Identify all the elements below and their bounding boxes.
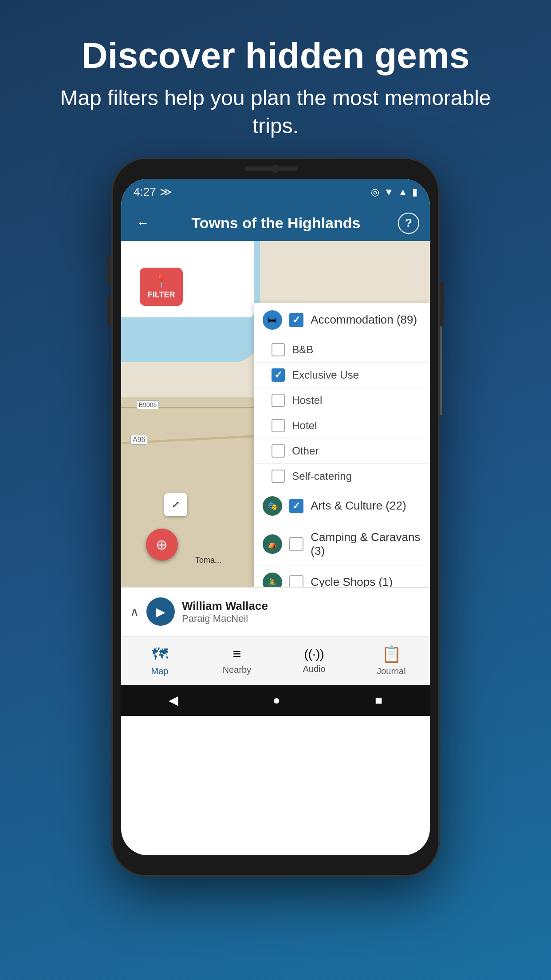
speaker [244, 166, 298, 171]
hero-title: Discover hidden gems [35, 36, 516, 75]
nav-journal[interactable]: 📋 Journal [353, 645, 430, 676]
audio-nav-label: Audio [303, 664, 325, 674]
exclusive-label: Exclusive Use [292, 369, 359, 381]
accommodation-checkbox[interactable]: ✓ [289, 313, 303, 327]
other-checkbox[interactable] [272, 444, 285, 458]
filter-item-camping[interactable]: ⛺ Camping & Caravans (3) [254, 523, 430, 565]
player-subtitle: Paraig MacNeil [182, 613, 421, 624]
wifi-icon: ▼ [384, 186, 394, 198]
hostel-label: Hostel [292, 394, 322, 407]
player-bar: ∧ ▶ William Wallace Paraig MacNeil [121, 587, 430, 636]
hotel-label: Hotel [292, 419, 317, 432]
filter-label: FILTER [148, 290, 175, 300]
filter-map-button[interactable]: 📍 FILTER [140, 268, 183, 306]
filter-item-accommodation[interactable]: 🛏 ✓ Accommodation (89) [254, 303, 430, 337]
nearby-nav-label: Nearby [223, 665, 251, 675]
exclusive-checkbox[interactable]: ✓ [272, 368, 285, 382]
map-nav-label: Map [151, 666, 169, 676]
other-label: Other [292, 445, 319, 457]
phone-screen: 4:27 ≫ ◎ ▼ ▲ ▮ ← Towns of the Highlands … [121, 179, 430, 855]
filter-item-hotel[interactable]: Hotel [254, 413, 430, 439]
location-icon: ◎ [371, 186, 379, 198]
locate-icon: ⊕ [156, 536, 168, 553]
power-button[interactable] [440, 282, 444, 326]
player-info: William Wallace Paraig MacNeil [182, 599, 421, 624]
scroll-indicator [440, 326, 442, 415]
hero-subtitle: Map filters help you plan the most memor… [35, 84, 516, 140]
volume-down-button[interactable] [107, 295, 111, 326]
android-recents[interactable]: ■ [375, 693, 382, 707]
battery-icon: ▮ [412, 186, 417, 198]
status-time: 4:27 [134, 185, 156, 199]
app-navbar: ← Towns of the Highlands ? [121, 205, 430, 241]
bottom-navigation: 🗺 Map ≡ Nearby ((·)) Audio 📋 Journal [121, 636, 430, 685]
main-content: A96 B9006 📍 FILTER ⤢ ⊕ Toma... [121, 241, 430, 758]
map-land [121, 397, 260, 587]
play-button[interactable]: ▶ [146, 597, 175, 626]
filter-item-exclusive[interactable]: ✓ Exclusive Use [254, 363, 430, 388]
page-title: Towns of the Highlands [192, 214, 361, 232]
road-label-b9006: B9006 [137, 400, 159, 409]
cycle-icon: 🚴 [263, 573, 282, 587]
filter-item-selfcatering[interactable]: Self-catering [254, 464, 430, 489]
filter-item-bb[interactable]: B&B [254, 337, 430, 363]
locate-button[interactable]: ⊕ [146, 529, 178, 561]
journal-nav-label: Journal [377, 666, 406, 676]
arts-checkbox[interactable]: ✓ [289, 499, 303, 513]
cycle-label: Cycle Shops (1) [311, 575, 421, 587]
arts-label: Arts & Culture (22) [311, 499, 421, 513]
selfcatering-label: Self-catering [292, 470, 352, 482]
status-app-icon: ≫ [160, 185, 172, 199]
filter-item-hostel[interactable]: Hostel [254, 388, 430, 413]
android-home[interactable]: ● [273, 693, 280, 707]
filter-panel[interactable]: 🛏 ✓ Accommodation (89) B&B ✓ Exclusive U… [254, 303, 430, 587]
status-left: 4:27 ≫ [134, 185, 172, 199]
nav-map[interactable]: 🗺 Map [121, 645, 198, 676]
accommodation-icon: 🛏 [263, 310, 282, 330]
camping-checkbox[interactable] [289, 537, 303, 551]
bb-label: B&B [292, 344, 313, 356]
nearby-nav-icon: ≡ [233, 646, 241, 662]
nav-audio[interactable]: ((·)) Audio [276, 647, 353, 674]
nav-nearby[interactable]: ≡ Nearby [198, 646, 276, 675]
audio-nav-icon: ((·)) [304, 647, 324, 661]
android-back[interactable]: ◀ [169, 693, 178, 707]
camera [272, 165, 279, 173]
selfcatering-checkbox[interactable] [272, 470, 285, 483]
hostel-checkbox[interactable] [272, 394, 285, 407]
map-nav-icon: 🗺 [152, 645, 168, 664]
volume-up-button[interactable] [107, 255, 111, 286]
android-navigation: ◀ ● ■ [121, 685, 430, 716]
camping-icon: ⛺ [263, 534, 282, 554]
player-chevron-icon[interactable]: ∧ [130, 605, 139, 619]
filter-item-arts[interactable]: 🎭 ✓ Arts & Culture (22) [254, 489, 430, 523]
hero-section: Discover hidden gems Map filters help yo… [0, 0, 551, 158]
cycle-checkbox[interactable] [289, 575, 303, 587]
signal-icon: ▲ [398, 186, 408, 198]
filter-item-other[interactable]: Other [254, 439, 430, 464]
filter-item-cycle[interactable]: 🚴 Cycle Shops (1) [254, 565, 430, 587]
arts-icon: 🎭 [263, 496, 282, 516]
road-label-a96: A96 [130, 435, 147, 445]
map-view[interactable]: A96 B9006 📍 FILTER ⤢ ⊕ Toma... [121, 241, 430, 587]
status-bar: 4:27 ≫ ◎ ▼ ▲ ▮ [121, 179, 430, 205]
town-label: Toma... [195, 556, 221, 565]
hotel-checkbox[interactable] [272, 419, 285, 432]
journal-nav-icon: 📋 [382, 645, 401, 664]
camping-label: Camping & Caravans (3) [311, 530, 421, 558]
player-title: William Wallace [182, 599, 421, 613]
expand-icon: ⤢ [172, 499, 180, 510]
accommodation-label: Accommodation (89) [311, 313, 421, 327]
expand-map-button[interactable]: ⤢ [164, 493, 187, 516]
play-icon: ▶ [156, 605, 165, 619]
phone-frame: 4:27 ≫ ◎ ▼ ▲ ▮ ← Towns of the Highlands … [111, 158, 440, 877]
help-button[interactable]: ? [398, 213, 419, 234]
filter-pin-icon: 📍 [153, 274, 169, 288]
back-button[interactable]: ← [132, 212, 154, 234]
bb-checkbox[interactable] [272, 343, 285, 356]
status-right: ◎ ▼ ▲ ▮ [371, 186, 417, 198]
